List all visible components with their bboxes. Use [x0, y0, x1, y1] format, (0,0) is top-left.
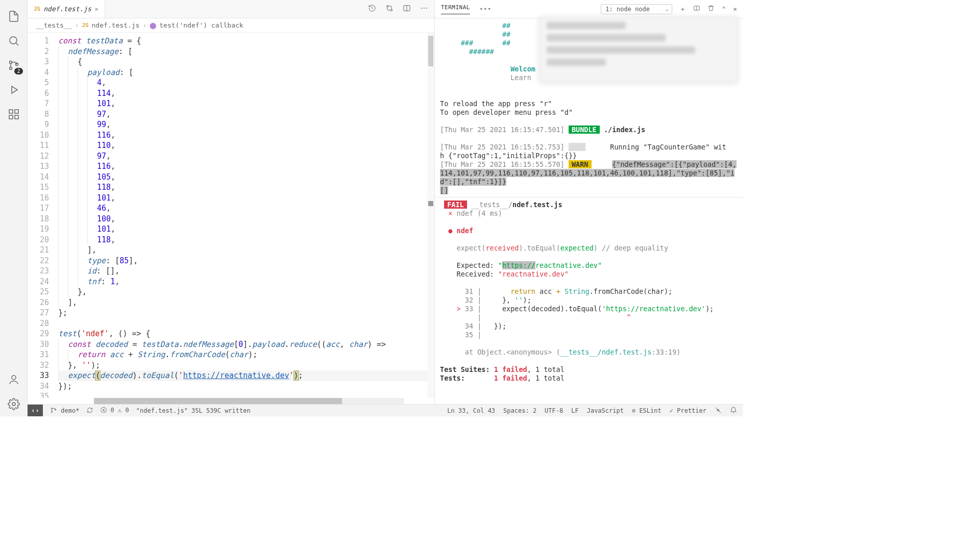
- feedback-icon[interactable]: [715, 407, 722, 414]
- editor-tabs: JS ndef.test.js ×: [28, 0, 434, 18]
- status-bar: demo* ⓧ 0 ⚠ 0 "ndef.test.js" 35L 539C wr…: [28, 404, 743, 416]
- close-tab-icon[interactable]: ×: [94, 5, 99, 13]
- split-terminal-icon[interactable]: [693, 5, 700, 13]
- terminal-selector[interactable]: 1: node node: [601, 4, 672, 14]
- breadcrumb-symbol[interactable]: test('ndef') callback: [159, 21, 243, 29]
- js-file-icon: JS: [34, 6, 40, 12]
- run-debug-icon[interactable]: [2, 78, 26, 102]
- timeline-icon[interactable]: [368, 4, 376, 14]
- svg-point-15: [426, 8, 427, 9]
- breadcrumb-folder[interactable]: __tests__: [36, 21, 71, 29]
- tab-ndef-test[interactable]: JS ndef.test.js ×: [28, 0, 105, 18]
- code-editor[interactable]: 1234567891011121314151617181920212223242…: [28, 33, 434, 398]
- overview-ruler[interactable]: [427, 33, 434, 398]
- svg-rect-5: [15, 110, 18, 113]
- svg-rect-7: [15, 115, 18, 119]
- tab-filename: ndef.test.js: [43, 5, 91, 13]
- git-branch[interactable]: demo*: [50, 407, 79, 414]
- split-editor-icon[interactable]: [403, 4, 411, 14]
- scm-badge: 2: [14, 68, 22, 74]
- remote-indicator[interactable]: [28, 405, 43, 417]
- indent-status[interactable]: Spaces: 2: [503, 407, 536, 414]
- scrollbar-thumb[interactable]: [94, 398, 342, 404]
- svg-point-0: [10, 37, 17, 44]
- notification-toast[interactable]: [539, 16, 738, 83]
- status-message: "ndef.test.js" 35L 539C written: [136, 407, 251, 414]
- search-icon[interactable]: [2, 29, 26, 53]
- encoding-status[interactable]: UTF-8: [545, 407, 563, 414]
- close-panel-icon[interactable]: ×: [733, 5, 737, 13]
- sync-icon[interactable]: [86, 407, 93, 414]
- terminal-pane: TERMINAL ••• 1: node node ＋ ⌃ × ## ## ##: [435, 0, 743, 404]
- new-terminal-icon[interactable]: ＋: [679, 5, 686, 14]
- terminal-tab[interactable]: TERMINAL: [441, 4, 470, 14]
- compare-icon[interactable]: [385, 4, 394, 14]
- panel-tabs: TERMINAL ••• 1: node node ＋ ⌃ ×: [435, 0, 743, 18]
- language-status[interactable]: JavaScript: [587, 407, 624, 414]
- extensions-icon[interactable]: [2, 102, 26, 127]
- horizontal-scrollbar[interactable]: [94, 398, 404, 404]
- eol-status[interactable]: LF: [571, 407, 578, 414]
- kill-terminal-icon[interactable]: [707, 5, 715, 13]
- svg-rect-4: [9, 110, 13, 113]
- explorer-icon[interactable]: [2, 4, 26, 29]
- settings-gear-icon[interactable]: [2, 392, 26, 416]
- svg-point-11: [390, 9, 392, 11]
- activity-bar: 2: [0, 0, 28, 416]
- svg-point-17: [51, 408, 52, 409]
- cursor-position[interactable]: Ln 33, Col 43: [447, 407, 495, 414]
- svg-point-14: [424, 8, 425, 9]
- svg-point-13: [421, 8, 422, 9]
- eslint-status[interactable]: ⊘ ESLint: [632, 407, 662, 414]
- breadcrumb[interactable]: __tests__ › JS ndef.test.js › ⬤ test('nd…: [28, 18, 434, 33]
- svg-point-9: [12, 403, 15, 406]
- line-gutter: 1234567891011121314151617181920212223242…: [28, 33, 58, 398]
- problems-errors[interactable]: ⓧ 0 ⚠ 0: [101, 406, 129, 415]
- prettier-status[interactable]: ✓ Prettier: [670, 407, 706, 414]
- maximize-panel-icon[interactable]: ⌃: [722, 5, 726, 13]
- svg-point-8: [12, 375, 16, 380]
- svg-point-18: [51, 411, 52, 412]
- source-control-icon[interactable]: 2: [2, 53, 26, 78]
- more-actions-icon[interactable]: [420, 4, 428, 14]
- js-file-icon: JS: [82, 22, 88, 29]
- more-panels-icon[interactable]: •••: [479, 5, 491, 13]
- breadcrumb-file[interactable]: ndef.test.js: [92, 21, 140, 29]
- svg-point-2: [9, 67, 12, 70]
- symbol-method-icon: ⬤: [150, 22, 156, 29]
- svg-rect-6: [9, 115, 13, 119]
- code-content[interactable]: const testData = {ndefMessage: [{payload…: [58, 33, 427, 398]
- editor-pane: JS ndef.test.js × __tests__ › JS: [28, 0, 435, 404]
- notifications-icon[interactable]: [730, 407, 737, 414]
- svg-point-1: [9, 61, 12, 64]
- account-icon[interactable]: [2, 367, 26, 392]
- svg-point-10: [386, 5, 388, 7]
